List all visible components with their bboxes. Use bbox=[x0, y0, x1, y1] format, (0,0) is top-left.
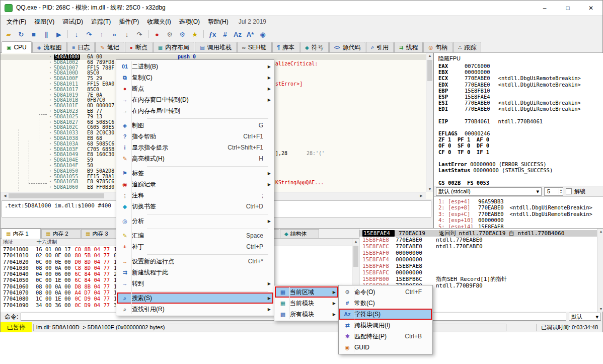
menu-item-guid[interactable]: ◉ GUID bbox=[339, 342, 432, 353]
minimize-button[interactable]: – bbox=[533, 1, 556, 15]
run-icon[interactable]: ▶ bbox=[53, 29, 65, 40]
register-row[interactable]: EFLAGS 00000246 bbox=[438, 130, 603, 136]
plugins-icon[interactable]: ⚙ bbox=[176, 29, 188, 40]
trace-over-icon[interactable]: ↷ bbox=[133, 29, 145, 40]
argument-row[interactable]: 1: [esp+4] 96A59BB3 bbox=[434, 198, 603, 204]
skip-icon[interactable]: » bbox=[108, 29, 120, 40]
menu-item-find-references[interactable]: ⌕ 查找引用(R) ▶ bbox=[117, 304, 273, 315]
tab-memory-1[interactable]: ▦ 内存 1 bbox=[2, 229, 41, 239]
spinner-arrows-icon[interactable]: ▴ ▾ bbox=[559, 188, 563, 194]
breakpoint-dot[interactable]: • bbox=[47, 120, 54, 125]
toolbar-separator[interactable] bbox=[201, 30, 206, 39]
register-row[interactable] bbox=[438, 112, 603, 118]
breakpoint-dot[interactable]: • bbox=[47, 169, 54, 174]
register-row[interactable]: ECX 770EABE0 <ntdll.DbgUiRemoteBreakin> bbox=[438, 75, 603, 81]
menu-plugins[interactable]: 插件(P) bbox=[115, 16, 143, 28]
argument-row[interactable]: 5: [esp+14] 15E8FAE8 bbox=[434, 224, 603, 228]
register-row[interactable]: EDX 770EABE0 <ntdll.DbgUiRemoteBreakin> bbox=[438, 82, 603, 88]
breakpoint-dot[interactable]: • bbox=[47, 114, 54, 120]
tab-source[interactable]: <> 源代码 bbox=[329, 42, 366, 52]
maximize-button[interactable]: □ bbox=[556, 1, 579, 15]
registers-pane[interactable]: 隐藏FPU EAX 007C6000 EBX 00000000 bbox=[433, 53, 603, 228]
register-row[interactable]: GS 002B FS 0053 bbox=[438, 180, 603, 186]
tab-memory-map[interactable]: ▦ 内存布局 bbox=[153, 42, 194, 52]
tab-graph[interactable]: ◈ 流程图 bbox=[32, 42, 67, 52]
breakpoint-dot[interactable]: • bbox=[47, 163, 54, 169]
pause-icon[interactable]: ∥ bbox=[40, 29, 52, 40]
menu-item-constant[interactable]: # 常数(C) bbox=[339, 298, 432, 309]
register-row[interactable]: CF 0 TF 0 IF 1 bbox=[438, 149, 603, 155]
register-row[interactable] bbox=[438, 155, 603, 161]
menu-item-trace-record[interactable]: ◉ 追踪记录 ▶ bbox=[117, 179, 273, 190]
breakpoint-dot[interactable]: • bbox=[47, 65, 54, 71]
breakpoint-dot[interactable]: • bbox=[47, 93, 54, 98]
menu-item-patches[interactable]: + 补丁 Ctrl+P bbox=[117, 241, 273, 252]
restart-icon[interactable]: ↻ bbox=[15, 29, 27, 40]
menu-options[interactable]: 选项(O) bbox=[175, 16, 204, 28]
step-over-icon[interactable]: ↷ bbox=[83, 29, 95, 40]
tab-log[interactable]: ≡ 日志 bbox=[67, 42, 95, 52]
register-row[interactable]: EBX 00000000 bbox=[438, 69, 603, 75]
tab-trace[interactable]: ∴ 跟踪 bbox=[453, 42, 481, 52]
arg-count-spinner[interactable]: 5 ▴ ▾ bbox=[544, 187, 563, 196]
breakpoint-dot[interactable]: • bbox=[47, 98, 54, 103]
menu-favourites[interactable]: 收藏夹(I) bbox=[143, 16, 175, 28]
menu-item-highlighting-mode[interactable]: ✎ 高亮模式(H) H bbox=[117, 153, 273, 164]
menu-item-label[interactable]: ⚑ 标签 ▶ bbox=[117, 168, 273, 179]
close-button[interactable]: ✕ bbox=[579, 1, 602, 15]
register-row[interactable]: EDI 770EABE0 <ntdll.DbgUiRemoteBreakin> bbox=[438, 106, 603, 112]
strings-icon[interactable]: Az bbox=[232, 29, 244, 40]
stack-row[interactable]: 15E8FB00 15E8FB6C 指向SEH_Record[1]的指针 bbox=[359, 276, 603, 282]
calling-convention-select[interactable]: 默认 (stdcall) ▾ bbox=[436, 187, 542, 196]
argument-row[interactable]: 4: [esp+10] 00000000 bbox=[434, 217, 603, 223]
menu-item-copy[interactable]: ⧉ 复制(C) ▶ bbox=[117, 72, 273, 83]
disasm-vertical-scrollbar[interactable]: ▲ ▼ bbox=[426, 53, 433, 192]
register-row[interactable]: LastError 00000000 (ERROR_SUCCESS) bbox=[438, 161, 603, 167]
menu-item-breakpoint[interactable]: ● 断点 ▶ bbox=[117, 83, 273, 94]
menu-item-help-on-mnemonic[interactable]: ? 指令帮助 Ctrl+F1 bbox=[117, 131, 273, 142]
stack-row[interactable]: 15E8FAFC 00000000 bbox=[359, 269, 603, 276]
step-into-icon[interactable]: ↓ bbox=[70, 29, 83, 40]
register-row[interactable]: LastStatus 00000000 (STATUS_SUCCESS) bbox=[438, 167, 603, 173]
breakpoints-icon[interactable]: ● bbox=[151, 29, 163, 40]
calculator-icon[interactable]: ƒx bbox=[206, 29, 218, 40]
register-row[interactable]: ESP 15E8FAE4 bbox=[438, 94, 603, 100]
assembler-icon[interactable]: A* bbox=[244, 29, 256, 40]
scroll-down-icon[interactable]: ▼ bbox=[597, 307, 603, 311]
toolbar-separator[interactable] bbox=[146, 30, 150, 39]
breakpoint-dot[interactable]: • bbox=[47, 125, 54, 130]
register-row[interactable]: EAX 007C6000 bbox=[438, 63, 603, 69]
register-row[interactable] bbox=[438, 124, 603, 130]
scroll-up-icon[interactable]: ▲ bbox=[352, 240, 359, 243]
command-mode-select[interactable]: 默认 ▾ bbox=[569, 313, 601, 321]
menu-item-search[interactable]: ⌕ 搜索(S) ▶ bbox=[117, 293, 273, 304]
menu-debug[interactable]: 调试(D) bbox=[58, 16, 87, 28]
menu-item-intermodular-calls[interactable]: ⇄ 跨模块调用(I) bbox=[339, 320, 432, 331]
menu-item-graph[interactable]: ◈ 制图 G bbox=[117, 120, 273, 131]
patch-icon[interactable]: # bbox=[219, 29, 231, 40]
tab-struct[interactable]: ◆ 结构体 bbox=[280, 229, 319, 238]
menu-item-set-new-origin[interactable]: → 设置新的运行点 Ctrl+* bbox=[117, 256, 273, 267]
stack-row[interactable]: 15E8FAE4 770EAC19 返回到 ntdll.770EAC19 自 n… bbox=[359, 230, 603, 237]
breakpoint-dot[interactable]: • bbox=[47, 174, 54, 180]
breakpoint-dot[interactable]: • bbox=[47, 141, 54, 147]
menu-item-create-new-thread[interactable]: ⇉ 新建线程于此 bbox=[117, 267, 273, 278]
tab-handles[interactable]: ◎ 句柄 bbox=[423, 42, 453, 52]
menu-help[interactable]: 帮助(H) bbox=[204, 16, 233, 28]
breakpoint-dot[interactable]: • bbox=[47, 185, 54, 190]
tab-cpu[interactable]: ▣ CPU bbox=[2, 41, 32, 53]
tab-symbols[interactable]: ◆ 符号 bbox=[300, 42, 329, 52]
breakpoint-dot[interactable]: • bbox=[47, 70, 54, 76]
menu-item-all-modules[interactable]: ▩ 所有模块 ▶ bbox=[275, 309, 338, 320]
menu-item-show-mnemonic-brief[interactable]: i 显示指令提示 Ctrl+Shift+F1 bbox=[117, 142, 273, 153]
argument-row[interactable]: 3: [esp+C] 770EABE0 <ntdll.DbgUiRemoteBr… bbox=[434, 211, 603, 217]
menu-trace[interactable]: 追踪(T) bbox=[87, 16, 115, 28]
stack-row[interactable]: 15E8FAE8 770EABE0 ntdll.770EABE0 bbox=[359, 237, 603, 243]
scrollbar-thumb[interactable] bbox=[427, 60, 432, 81]
help-icon[interactable]: ◉ bbox=[257, 29, 269, 40]
scroll-right-icon[interactable]: ▶ bbox=[418, 194, 425, 198]
scroll-up-icon[interactable]: ▲ bbox=[426, 54, 433, 57]
tab-breakpoints[interactable]: ● 断点 bbox=[125, 42, 153, 52]
menu-item-command[interactable]: ⚙ 命令(O) Ctrl+F bbox=[339, 286, 432, 298]
settings-icon[interactable]: ⚙ bbox=[164, 29, 176, 40]
